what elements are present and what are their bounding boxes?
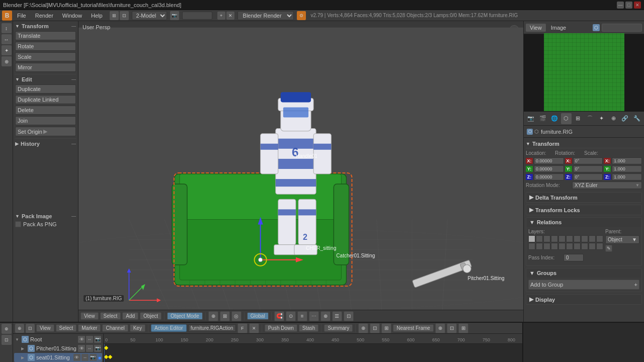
action-icon-1[interactable]: F xyxy=(237,323,248,333)
extra-3[interactable]: ⊕ xyxy=(320,311,331,321)
tool-icon-1[interactable]: ↕ xyxy=(2,23,12,33)
extra-5[interactable]: ⊡ xyxy=(344,311,354,321)
outliner-left-icon[interactable]: ⊕ xyxy=(15,324,24,333)
pitcher-row[interactable]: ▶ ⬡ Pitcher01.Sitting 👁 ↔ 📷 xyxy=(14,344,102,353)
seat-row[interactable]: ▶ ⬡ seat01.Sitting 👁 ↔ 📷 ■ xyxy=(14,353,102,362)
layer-17[interactable] xyxy=(574,243,581,250)
seat-render-icon[interactable]: 📷 xyxy=(90,354,97,361)
maximize-button[interactable]: □ xyxy=(625,2,632,9)
pitcher-pointer-icon[interactable]: ↔ xyxy=(86,345,93,352)
location-z-field[interactable]: 0.00000 xyxy=(534,173,564,180)
layer-10[interactable] xyxy=(596,235,603,242)
layer-13[interactable] xyxy=(543,243,550,250)
action-close-icon[interactable]: ✕ xyxy=(249,323,259,333)
view-tab[interactable]: View xyxy=(526,24,546,32)
pass-index-field[interactable]: 0 xyxy=(564,254,584,261)
translate-button[interactable]: Translate xyxy=(15,31,76,40)
layer-7[interactable] xyxy=(574,235,581,242)
proportional-icon[interactable]: ⊙ xyxy=(286,311,296,321)
props-icon-render[interactable]: 📷 xyxy=(526,113,536,124)
layer-9[interactable] xyxy=(589,235,596,242)
view-mode-icon[interactable]: ⊞ xyxy=(110,11,119,20)
layer-15[interactable] xyxy=(558,243,566,250)
delete-button[interactable]: Delete xyxy=(15,106,76,115)
layer-11[interactable] xyxy=(528,243,535,250)
pitcher-render-icon[interactable]: 📷 xyxy=(94,345,101,352)
menu-window[interactable]: Window xyxy=(58,12,86,20)
props-icon-curve[interactable]: ⌒ xyxy=(585,113,595,124)
props-icon-particles[interactable]: ✦ xyxy=(596,113,606,124)
timeline-extra-2[interactable]: ⊡ xyxy=(447,323,457,333)
layer-3[interactable] xyxy=(543,235,550,242)
bottom-left-icon-2[interactable]: ⊡ xyxy=(2,335,12,345)
extra-1[interactable]: ≡ xyxy=(297,311,307,321)
timeline-extra-3[interactable]: ⊞ xyxy=(458,323,468,333)
snap-magnet-icon[interactable]: 🧲 xyxy=(274,311,284,321)
rotation-mode-field[interactable]: XYZ Euler ▼ xyxy=(572,182,642,189)
layer-12[interactable] xyxy=(536,243,543,250)
couch-name-input[interactable]: couch xyxy=(602,24,642,32)
engine-settings-icon[interactable]: ⚙ xyxy=(297,11,306,20)
layer-1[interactable] xyxy=(528,235,535,242)
view-mode-icon2[interactable]: ⊡ xyxy=(120,11,129,20)
props-icon-constraints[interactable]: 🔗 xyxy=(620,113,630,124)
layer-18[interactable] xyxy=(581,243,588,250)
parent-value-field[interactable]: Object ▼ xyxy=(605,235,639,244)
layer-19[interactable] xyxy=(589,243,596,250)
channel-btn[interactable]: Channel xyxy=(102,324,128,332)
layer-4[interactable] xyxy=(551,235,558,242)
join-button[interactable]: Join xyxy=(15,116,76,125)
history-section-header[interactable]: ▶ History — xyxy=(15,141,76,147)
extra-2[interactable]: ⋯ xyxy=(309,311,319,321)
select-btn2[interactable]: Select xyxy=(56,324,77,332)
root-pointer-icon[interactable]: ↔ xyxy=(86,336,93,343)
render-engine-select[interactable]: Blender Render xyxy=(237,11,294,20)
pack-image-header[interactable]: ▼ Pack Image — xyxy=(15,213,76,219)
location-y-field[interactable]: 0.00000 xyxy=(534,165,564,172)
duplicate-button[interactable]: Duplicate xyxy=(15,84,76,94)
object-btn[interactable]: Object xyxy=(140,312,162,320)
layer-16[interactable] xyxy=(566,243,573,250)
transform-locks-header[interactable]: ▶ Transform Locks xyxy=(526,205,641,215)
object-mode-btn[interactable]: Object Mode xyxy=(167,312,203,320)
root-eye-icon[interactable]: 👁 xyxy=(78,336,85,343)
layer-8[interactable] xyxy=(581,235,588,242)
transform-section-header[interactable]: ▼ Transform xyxy=(526,140,642,148)
props-icon-world[interactable]: 🌐 xyxy=(549,113,559,124)
location-x-field[interactable]: 0.00000 xyxy=(534,157,564,164)
tool-icon-2[interactable]: ↔ xyxy=(2,34,12,44)
close-icon[interactable]: ✕ xyxy=(226,12,234,20)
delta-transform-header[interactable]: ▶ Delta Transform xyxy=(526,193,641,202)
layer-2[interactable] xyxy=(536,235,543,242)
groups-header[interactable]: ▼ Groups xyxy=(526,268,641,278)
menu-help[interactable]: Help xyxy=(87,12,107,20)
seat-eye-icon[interactable]: 👁 xyxy=(73,354,80,361)
expand-icon[interactable]: + xyxy=(217,12,225,20)
view-icon[interactable]: ⊞ xyxy=(220,311,230,321)
push-down-btn[interactable]: Push Down xyxy=(265,324,297,332)
image-tab[interactable]: Image xyxy=(547,24,571,32)
props-icon-physics[interactable]: ⊕ xyxy=(608,113,618,124)
render-icon[interactable]: ◎ xyxy=(231,311,242,321)
snap-icon[interactable]: ⊕ xyxy=(208,311,218,321)
add-btn[interactable]: Add xyxy=(122,312,138,320)
rotate-button[interactable]: Rotate xyxy=(15,42,76,51)
timeline-icon-1[interactable]: ⊕ xyxy=(358,323,368,333)
parent-edit-button[interactable]: ✎ xyxy=(605,245,612,252)
layer-20[interactable] xyxy=(596,243,603,250)
scene-input[interactable]: Scene xyxy=(182,12,212,20)
pack-as-png-checkbox[interactable] xyxy=(15,221,21,227)
tool-icon-3[interactable]: ✦ xyxy=(2,45,12,55)
add-to-group-button[interactable]: Add to Group + xyxy=(528,280,639,290)
props-icon-mesh[interactable]: ⊞ xyxy=(573,113,583,124)
rotation-y-field[interactable]: 0° xyxy=(573,165,603,172)
viewport[interactable]: User Persp xyxy=(78,21,523,322)
root-row[interactable]: ▼ ⬡ Root 👁 ↔ 📷 xyxy=(14,335,102,344)
scale-x-field[interactable]: 1.000 xyxy=(612,157,642,164)
action-editor-btn[interactable]: Action Editor xyxy=(151,324,187,332)
select-btn[interactable]: Select xyxy=(100,312,121,320)
view-btn[interactable]: View xyxy=(80,312,99,320)
rotation-x-field[interactable]: 0° xyxy=(573,157,603,164)
scale-button[interactable]: Scale xyxy=(15,52,76,61)
timeline-icon-3[interactable]: ⊞ xyxy=(381,323,391,333)
